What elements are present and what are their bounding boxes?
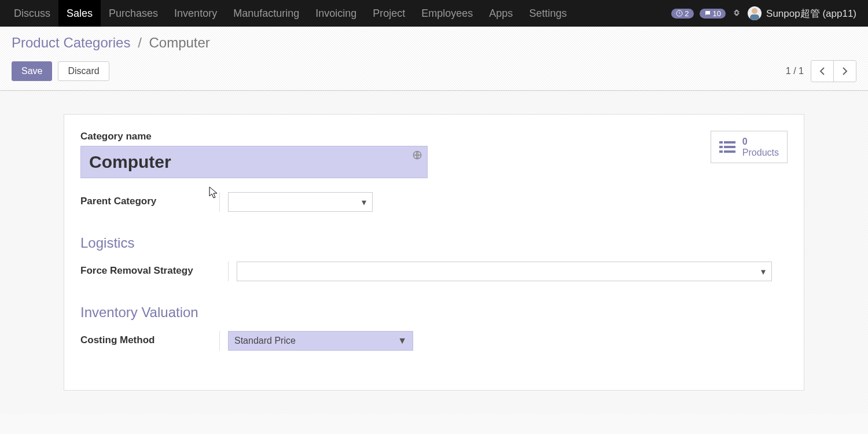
nav-item-manufacturing[interactable]: Manufacturing [225, 0, 307, 27]
nav-items: Discuss Sales Purchases Inventory Manufa… [6, 0, 575, 27]
save-button[interactable]: Save [12, 61, 52, 81]
svg-rect-6 [724, 146, 735, 148]
discard-button[interactable]: Discard [58, 61, 109, 81]
svg-rect-5 [719, 146, 723, 148]
nav-item-settings[interactable]: Settings [521, 0, 575, 27]
inventory-valuation-section-title: Inventory Valuation [80, 304, 788, 321]
chevron-right-icon [842, 67, 848, 76]
nav-item-sales[interactable]: Sales [58, 0, 101, 27]
breadcrumb: Product Categories / Computer [12, 35, 856, 51]
comment-icon [704, 10, 711, 17]
svg-rect-3 [719, 141, 723, 144]
messages-badge[interactable]: 10 [700, 9, 726, 19]
svg-point-1 [752, 8, 757, 14]
avatar [748, 6, 762, 20]
nav-item-discuss[interactable]: Discuss [6, 0, 58, 27]
nav-item-invoicing[interactable]: Invoicing [307, 0, 365, 27]
costing-method-value: Standard Price [234, 336, 296, 346]
form-sheet: 0 Products Category name Parent Category… [64, 114, 804, 391]
products-count: 0 [742, 136, 779, 147]
category-name-input[interactable] [80, 146, 428, 178]
svg-rect-2 [750, 14, 759, 20]
svg-rect-8 [724, 150, 735, 153]
avatar-icon [748, 6, 762, 20]
caret-down-icon: ▾ [761, 266, 766, 277]
breadcrumb-separator: / [138, 35, 142, 50]
activities-badge[interactable]: 2 [671, 9, 693, 19]
svg-rect-7 [719, 150, 723, 153]
user-name: Sunpop超管 (app11) [766, 7, 856, 20]
costing-method-select[interactable]: Standard Price ▼ [228, 331, 413, 351]
products-stat-button[interactable]: 0 Products [711, 131, 788, 163]
logistics-section-title: Logistics [80, 235, 788, 251]
activities-count: 2 [685, 9, 689, 18]
parent-category-select[interactable]: ▾ [228, 192, 373, 212]
clock-icon [676, 10, 683, 17]
systray: 2 10 Sunpop超管 (app11) [671, 6, 862, 20]
nav-item-employees[interactable]: Employees [413, 0, 481, 27]
pager-next-button[interactable] [833, 60, 856, 82]
user-menu[interactable]: Sunpop超管 (app11) [748, 6, 856, 20]
caret-down-icon: ▾ [362, 197, 366, 208]
chevron-left-icon [819, 67, 825, 76]
form-area: 0 Products Category name Parent Category… [0, 91, 868, 414]
costing-method-label: Costing Method [80, 331, 219, 346]
pager-prev-button[interactable] [811, 60, 834, 82]
nav-item-apps[interactable]: Apps [481, 0, 521, 27]
products-label: Products [742, 147, 779, 158]
removal-strategy-select[interactable]: ▾ [237, 262, 772, 281]
control-panel: Product Categories / Computer Save Disca… [0, 27, 868, 91]
caret-down-icon: ▼ [398, 336, 407, 346]
translate-button[interactable] [413, 150, 422, 161]
nav-item-project[interactable]: Project [365, 0, 413, 27]
svg-rect-4 [724, 141, 735, 144]
breadcrumb-parent[interactable]: Product Categories [12, 35, 130, 50]
category-name-label: Category name [80, 131, 788, 142]
top-nav: Discuss Sales Purchases Inventory Manufa… [0, 0, 868, 27]
list-icon [719, 140, 735, 154]
globe-icon [413, 150, 422, 160]
pager-count: 1 / 1 [786, 66, 804, 76]
breadcrumb-current: Computer [149, 35, 209, 50]
nav-item-inventory[interactable]: Inventory [166, 0, 225, 27]
messages-count: 10 [713, 9, 721, 18]
nav-item-purchases[interactable]: Purchases [101, 0, 166, 27]
removal-strategy-label: Force Removal Strategy [80, 262, 228, 277]
bug-icon [731, 8, 742, 18]
debug-menu[interactable] [731, 8, 742, 20]
parent-category-label: Parent Category [80, 192, 219, 207]
